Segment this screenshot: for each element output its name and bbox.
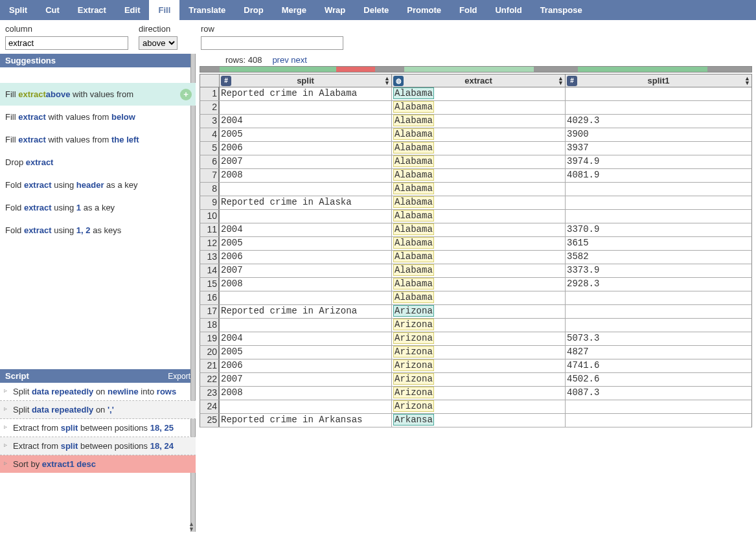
cell-split1[interactable]: 4087.3 bbox=[566, 387, 751, 400]
cell-extract[interactable]: Alabama bbox=[392, 155, 566, 168]
cell-split1[interactable] bbox=[566, 291, 751, 304]
export-link[interactable]: Export bbox=[168, 372, 190, 381]
cell-split[interactable] bbox=[220, 101, 392, 114]
toolbar-cut[interactable]: Cut bbox=[36, 0, 69, 20]
cell-extract[interactable]: Arkansa bbox=[392, 414, 566, 427]
toolbar-transpose[interactable]: Transpose bbox=[531, 0, 591, 20]
cell-split[interactable] bbox=[220, 183, 392, 196]
suggestion-item[interactable]: Drop extract bbox=[0, 151, 196, 174]
table-row[interactable]: 152008Alabama2928.3 bbox=[200, 278, 752, 291]
cell-split[interactable] bbox=[220, 319, 392, 332]
cell-split[interactable]: 2004 bbox=[220, 115, 392, 128]
table-row[interactable]: 25Reported crime in ArkansasArkansa bbox=[200, 414, 752, 427]
cell-split[interactable] bbox=[220, 400, 392, 413]
sort-icon[interactable]: ▲▼ bbox=[744, 76, 750, 85]
cell-extract[interactable]: Alabama bbox=[392, 101, 566, 114]
cell-extract[interactable]: Arizona bbox=[392, 359, 566, 372]
table-row[interactable]: 222007Arizona4502.6 bbox=[200, 373, 752, 387]
cell-split1[interactable]: 3900 bbox=[566, 128, 751, 141]
row-input[interactable] bbox=[201, 36, 343, 50]
table-row[interactable]: 17Reported crime in ArizonaArizona bbox=[200, 305, 752, 319]
toolbar-unfold[interactable]: Unfold bbox=[486, 0, 531, 20]
table-row[interactable]: 9Reported crime in AlaskaAlabama bbox=[200, 196, 752, 210]
cell-split1[interactable]: 4827 bbox=[566, 346, 751, 359]
cell-extract[interactable]: Alabama bbox=[392, 142, 566, 155]
toolbar-split[interactable]: Split bbox=[0, 0, 36, 20]
table-row[interactable]: 32004Alabama4029.3 bbox=[200, 115, 752, 128]
table-row[interactable]: 52006Alabama3937 bbox=[200, 142, 752, 155]
cell-split[interactable]: 2004 bbox=[220, 332, 392, 345]
cell-split1[interactable]: 3937 bbox=[566, 142, 751, 155]
suggestion-item[interactable]: Fold extract using 1, 2 as keys bbox=[0, 219, 196, 242]
script-item[interactable]: Split data repeatedly on newline into ro… bbox=[0, 383, 196, 401]
table-row[interactable]: 2Alabama bbox=[200, 101, 752, 115]
cell-split[interactable]: 2006 bbox=[220, 251, 392, 264]
direction-select[interactable]: above bbox=[139, 36, 178, 50]
cell-split[interactable]: Reported crime in Arizona bbox=[220, 305, 392, 318]
script-item[interactable]: Extract from split between positions 18,… bbox=[0, 437, 196, 455]
cell-extract[interactable]: Arizona bbox=[392, 387, 566, 400]
table-row[interactable]: 202005Arizona4827 bbox=[200, 346, 752, 359]
cell-split[interactable]: 2005 bbox=[220, 346, 392, 359]
arrow-down-icon[interactable]: ▼ bbox=[189, 527, 194, 532]
table-row[interactable]: 212006Arizona4741.6 bbox=[200, 359, 752, 373]
cell-split1[interactable]: 3370.9 bbox=[566, 223, 751, 236]
toolbar-fold[interactable]: Fold bbox=[450, 0, 486, 20]
table-row[interactable]: 72008Alabama4081.9 bbox=[200, 169, 752, 183]
sort-icon[interactable]: ▲▼ bbox=[558, 76, 564, 85]
table-row[interactable]: 132006Alabama3582 bbox=[200, 251, 752, 264]
toolbar-extract[interactable]: Extract bbox=[69, 0, 115, 20]
table-row[interactable]: 24Arizona bbox=[200, 400, 752, 414]
cell-split1[interactable] bbox=[566, 87, 751, 100]
cell-split1[interactable] bbox=[566, 319, 751, 332]
cell-split1[interactable] bbox=[566, 183, 751, 196]
cell-split1[interactable] bbox=[566, 101, 751, 114]
suggestion-item[interactable]: Fill extractabove with values from + bbox=[0, 83, 196, 106]
cell-split[interactable]: 2008 bbox=[220, 387, 392, 400]
suggestion-item[interactable]: Fold extract using 1 as a key bbox=[0, 196, 196, 219]
cell-split[interactable]: Reported crime in Alaska bbox=[220, 196, 392, 209]
prev-link[interactable]: prev bbox=[272, 55, 288, 65]
cell-extract[interactable]: Alabama bbox=[392, 183, 566, 196]
script-reorder-arrows[interactable]: ▲ ▼ bbox=[189, 521, 194, 532]
script-item[interactable]: Sort by extract1 desc bbox=[0, 455, 196, 473]
th-extract[interactable]: ◍ extract ▲▼ bbox=[392, 74, 566, 87]
cell-extract[interactable]: Alabama bbox=[392, 87, 566, 100]
cell-split1[interactable]: 3615 bbox=[566, 237, 751, 250]
toolbar-wrap[interactable]: Wrap bbox=[315, 0, 354, 20]
cell-extract[interactable]: Alabama bbox=[392, 210, 566, 223]
cell-split1[interactable]: 2928.3 bbox=[566, 278, 751, 291]
toolbar-promote[interactable]: Promote bbox=[398, 0, 450, 20]
cell-split[interactable]: 2007 bbox=[220, 264, 392, 277]
cell-extract[interactable]: Alabama bbox=[392, 223, 566, 236]
toolbar-drop[interactable]: Drop bbox=[235, 0, 272, 20]
cell-split1[interactable] bbox=[566, 414, 751, 427]
table-row[interactable]: 112004Alabama3370.9 bbox=[200, 223, 752, 237]
cell-extract[interactable]: Arizona bbox=[392, 332, 566, 345]
suggestion-item[interactable]: Fill extract with values from the left bbox=[0, 128, 196, 151]
cell-extract[interactable]: Alabama bbox=[392, 196, 566, 209]
suggestion-item[interactable]: Fill extract with values from below bbox=[0, 106, 196, 128]
cell-split1[interactable]: 4502.6 bbox=[566, 373, 751, 386]
table-row[interactable]: 62007Alabama3974.9 bbox=[200, 155, 752, 169]
table-row[interactable]: 192004Arizona5073.3 bbox=[200, 332, 752, 346]
cell-split[interactable]: 2005 bbox=[220, 237, 392, 250]
cell-split1[interactable]: 4741.6 bbox=[566, 359, 751, 372]
cell-split[interactable]: 2005 bbox=[220, 128, 392, 141]
cell-extract[interactable]: Alabama bbox=[392, 264, 566, 277]
script-list[interactable]: Split data repeatedly on newline into ro… bbox=[0, 383, 196, 532]
cell-split[interactable]: 2007 bbox=[220, 155, 392, 168]
table-row[interactable]: 122005Alabama3615 bbox=[200, 237, 752, 251]
next-link[interactable]: next bbox=[291, 55, 307, 65]
cell-split[interactable] bbox=[220, 210, 392, 223]
cell-split[interactable]: 2008 bbox=[220, 169, 392, 182]
table-row[interactable]: 142007Alabama3373.9 bbox=[200, 264, 752, 278]
toolbar-delete[interactable]: Delete bbox=[354, 0, 398, 20]
table-row[interactable]: 232008Arizona4087.3 bbox=[200, 387, 752, 400]
cell-split1[interactable]: 3582 bbox=[566, 251, 751, 264]
cell-extract[interactable]: Alabama bbox=[392, 237, 566, 250]
table-row[interactable]: 1Reported crime in AlabamaAlabama bbox=[200, 87, 752, 101]
cell-split[interactable]: 2008 bbox=[220, 278, 392, 291]
th-rownum[interactable] bbox=[200, 74, 220, 87]
cell-extract[interactable]: Arizona bbox=[392, 400, 566, 413]
